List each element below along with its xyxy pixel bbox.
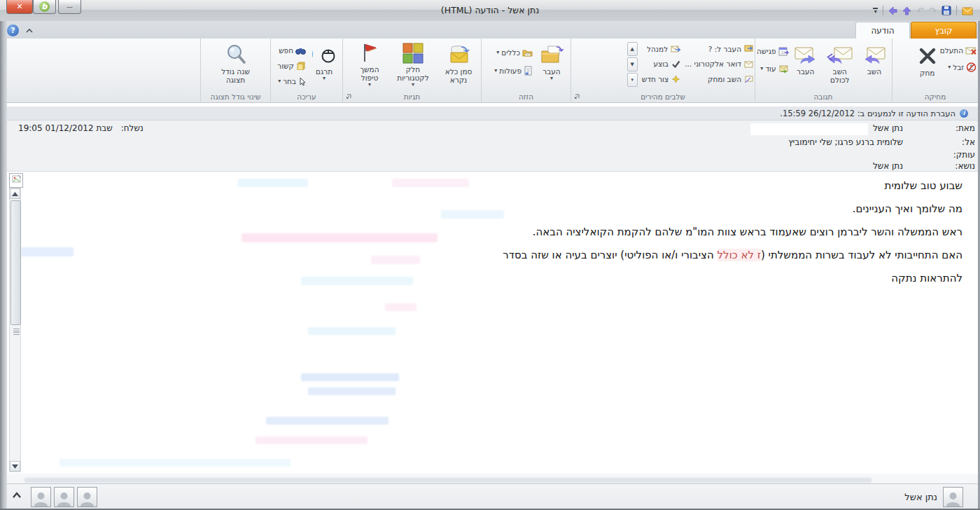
restore-button[interactable]: b [33, 0, 56, 14]
from-label: מאת: [937, 123, 975, 133]
mark-unread-button[interactable]: סמן כלא נקרא [438, 41, 479, 88]
reply-icon [862, 46, 886, 64]
quick-step-create-new-icon [671, 75, 680, 83]
quick-step-reply-delete-label: השב ומחק [708, 75, 741, 83]
previous-item-icon[interactable] [888, 6, 897, 15]
dropdown-arrow-icon: ▾ [496, 50, 499, 55]
outlook-message-window: נתן אשל - הודעה (HTML) ✕ b — ↷ ↶ ▾ קובץ … [0, 0, 980, 510]
quick-access-toolbar: ↷ ↶ ▾ [873, 6, 973, 15]
info-bar-text: העברת הודעה זו לנמענים ב: 26/12/2012‏ 15… [780, 109, 955, 118]
junk-label: זבל [953, 63, 964, 71]
undo-icon[interactable]: ↶ [916, 6, 924, 15]
close-button[interactable]: ✕ [6, 0, 33, 14]
zoom-button[interactable]: שנה גודל תצוגה [213, 41, 259, 88]
related-button[interactable]: קשור [277, 60, 306, 72]
redacted-area [750, 123, 868, 135]
quick-step-done[interactable]: בוצע [642, 57, 680, 71]
rules-button[interactable]: כללים ▾ [494, 46, 533, 59]
expand-people-pane-icon[interactable] [11, 491, 22, 499]
quick-step-reply-delete[interactable]: השב ומחק [685, 72, 753, 85]
scrollbar-thumb[interactable] [10, 200, 21, 325]
tab-message[interactable]: הודעה [855, 22, 910, 39]
group-label-delete: מחיקה [892, 92, 978, 101]
tab-file[interactable]: קובץ [911, 22, 976, 39]
from-value[interactable]: נתן אשל [873, 123, 903, 133]
related-icon [296, 62, 306, 70]
to-value[interactable]: שלומית ברנע פרגו; שלי יחימוביץ [788, 137, 903, 147]
dropdown-arrow-icon: ▾ [494, 68, 497, 74]
scroll-down-button[interactable] [10, 461, 20, 471]
find-label: חפש [279, 46, 293, 55]
dropdown-arrow-icon: ▾ [323, 76, 326, 81]
group-label-quick-steps: שלבים מהירים [571, 92, 755, 101]
avatar[interactable] [77, 487, 97, 507]
ignore-icon [965, 46, 976, 55]
sender-name[interactable]: נתן אשל [904, 492, 937, 502]
quick-step-forward-to-icon [744, 45, 753, 53]
translate-button[interactable]: a תרגם ▾ [307, 41, 341, 88]
quick-steps-gallery-arrows: ▲ ▼ ▾ [627, 42, 638, 87]
quick-step-forward-to[interactable]: העבר ל: ? [685, 42, 753, 55]
rules-label: כללים [501, 48, 520, 57]
sender-avatar[interactable] [943, 487, 963, 507]
group-label-tags: תגיות [343, 92, 481, 101]
gallery-down-icon[interactable]: ▼ [627, 57, 638, 71]
quick-step-team-email-label: דואר אלקטרוני ... [685, 60, 741, 68]
meeting-button[interactable]: פגישה [757, 45, 789, 57]
ghost-artifact [24, 478, 872, 483]
gallery-up-icon[interactable]: ▲ [627, 42, 638, 56]
junk-button[interactable]: זבל ▾ [940, 61, 976, 74]
select-label: בחר [283, 77, 296, 85]
avatar[interactable] [54, 487, 74, 507]
sent-label: נשלח: [121, 123, 144, 133]
gallery-more-icon[interactable]: ▾ [627, 73, 638, 87]
reading-pane: שבוע טוב שלומית מה שלומך ואיך העניינים. … [7, 171, 978, 474]
quick-step-forward-to-label: העבר ל: ? [708, 45, 741, 53]
delete-x-icon [918, 46, 937, 66]
quick-step-team-email[interactable]: דואר אלקטרוני ... [685, 57, 753, 71]
cc-label: עותק: [937, 150, 975, 160]
group-label-respond: תגובה [755, 92, 891, 101]
more-respond-icon [778, 64, 789, 74]
mail-window-icon [962, 6, 973, 15]
pane-splitter[interactable] [7, 474, 978, 483]
save-icon[interactable] [941, 6, 951, 15]
minimize-icon: — [66, 4, 73, 11]
actions-icon [524, 66, 533, 76]
move-button[interactable]: העבר ▾ [534, 41, 569, 88]
avatar[interactable] [31, 487, 51, 507]
quick-step-create-new[interactable]: צור חדש [642, 72, 680, 85]
help-button[interactable]: ? [7, 25, 19, 36]
find-button[interactable]: חפש [277, 44, 306, 57]
reply-all-button[interactable]: השב לכולם [822, 41, 858, 88]
forward-button[interactable]: העבר [790, 41, 821, 88]
scroll-up-button[interactable] [10, 188, 20, 199]
customize-qat-icon[interactable]: ▾ [873, 8, 878, 13]
actions-button[interactable]: פעולות ▾ [494, 64, 533, 77]
minimize-button[interactable]: — [58, 0, 81, 14]
minimize-ribbon-icon[interactable] [25, 28, 34, 34]
tab-message-label: הודעה [872, 26, 895, 36]
categorize-button[interactable]: חלק לקטגוריות ▾ [390, 41, 436, 88]
dropdown-arrow-icon: ▾ [412, 82, 414, 88]
junk-icon [966, 62, 976, 72]
sent-row: נשלח: שבת 01/12/2012‏ 19:05 [18, 123, 144, 133]
delete-button[interactable]: מחק [916, 42, 939, 90]
reply-button[interactable]: השב [859, 41, 890, 88]
subject-label: נושא: [937, 161, 975, 171]
follow-up-button[interactable]: המשך טיפול ▾ [351, 41, 388, 88]
select-button[interactable]: בחר ▾ [277, 75, 306, 88]
ghost-artifact [308, 387, 396, 395]
reply-label: השב [867, 67, 881, 76]
quick-step-done-label: בוצע [653, 60, 668, 68]
help-icon: ? [10, 26, 15, 35]
categorize-label: חלק לקטגוריות [391, 65, 435, 82]
vertical-scrollbar[interactable] [9, 188, 21, 472]
next-item-icon[interactable] [902, 6, 911, 15]
more-respond-button[interactable]: עוד ▾ [757, 62, 789, 75]
dropdown-arrow-icon: ▾ [948, 64, 951, 70]
quick-step-to-manager[interactable]: למנהל [642, 42, 680, 55]
ignore-button[interactable]: התעלם [940, 44, 976, 57]
related-label: קשור [277, 62, 294, 70]
redo-icon[interactable]: ↷ [929, 6, 937, 15]
